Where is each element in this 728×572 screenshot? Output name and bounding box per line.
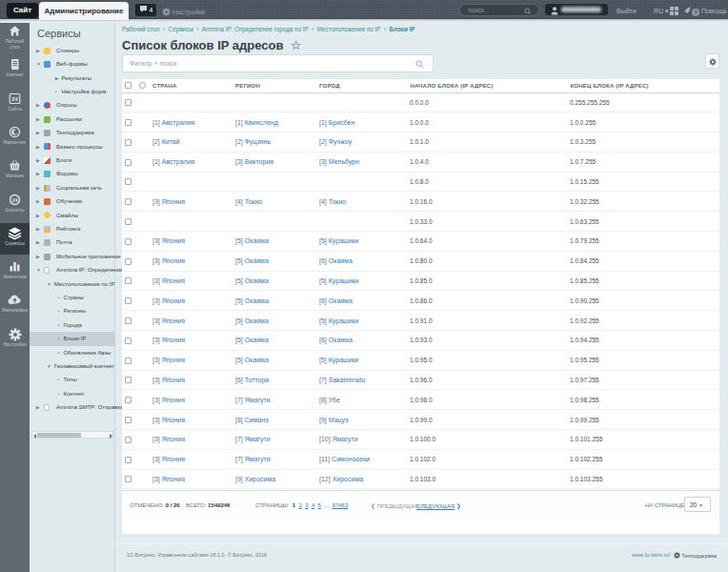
svg-text:24: 24: [11, 96, 18, 102]
svg-text:24: 24: [11, 196, 18, 202]
